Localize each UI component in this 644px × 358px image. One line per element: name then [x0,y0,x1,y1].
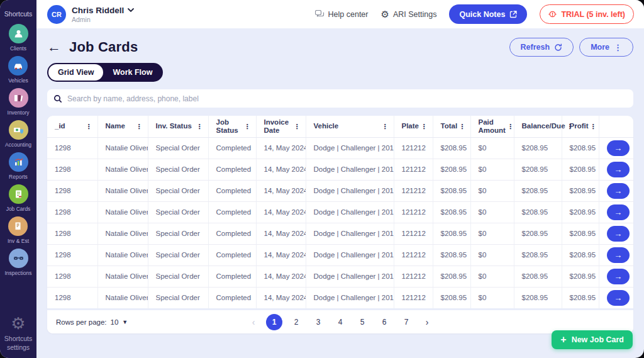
column-header-inv-status: Inv. Status⋮ [148,116,208,137]
column-menu-icon[interactable]: ⋮ [589,123,598,130]
cell-actions: → [599,223,633,244]
cell-profit: $208.95 [562,223,599,244]
shortcuts-sidebar: Shortcuts ClientsVehiclesInventoryAccoun… [0,0,36,358]
sidebar-item-inspections[interactable]: Inspections [5,249,32,276]
page-button-4[interactable]: 4 [332,314,348,330]
column-header-job-status: Job Status⋮ [208,116,256,137]
cell-invoice-date: 14, May 2024 [256,137,306,159]
external-note-icon [509,11,517,18]
sidebar-item-label: Inspections [5,270,32,276]
page-button-6[interactable]: 6 [376,314,392,330]
next-page-button[interactable]: › [420,317,434,327]
cell-paid-amount: $0 [470,266,514,287]
open-job-card-button[interactable]: → [607,140,630,156]
rows-per-page-select[interactable]: Rows per page: 10 ▼ [56,318,128,326]
previous-page-button[interactable]: ‹ [247,317,260,327]
column-menu-icon[interactable]: ⋮ [135,123,144,130]
column-label: Job Status [216,118,243,134]
rows-per-page-value: 10 [111,318,119,326]
page-button-1[interactable]: 1 [266,314,282,330]
cell-id: 1298 [47,159,97,180]
cell-job-status: Completed [208,201,256,223]
ari-settings-link[interactable]: ⚙ ARI Settings [381,9,437,19]
column-menu-icon[interactable]: ⋮ [506,123,515,130]
column-menu-icon[interactable]: ⋮ [457,123,467,130]
open-job-card-button[interactable]: → [607,290,630,306]
back-button[interactable]: ← [47,40,61,54]
tab-grid-view[interactable]: Grid View [48,64,103,81]
cell-job-status: Completed [208,159,256,180]
cell-plate: 121212 [394,287,433,308]
table-row: 1298Natalie OliverSpecial OrderCompleted… [47,287,633,308]
cell-balance-due: $208.95 [514,266,562,287]
page-title: Job Cards [69,39,138,55]
open-job-card-button[interactable]: → [607,162,630,177]
user-menu[interactable]: CR Chris Riddell Admin [47,5,134,24]
page-button-5[interactable]: 5 [354,314,370,330]
cell-inv-status: Special Order [148,180,208,201]
column-label: Paid Amount [479,118,506,134]
trial-button[interactable]: TRIAL (5 inv. left) [540,4,634,24]
gear-icon: ⚙ [11,315,25,332]
column-menu-icon[interactable]: ⋮ [195,123,204,130]
page-button-2[interactable]: 2 [288,314,304,330]
open-job-card-button[interactable]: → [607,183,630,199]
column-menu-icon[interactable]: ⋮ [419,123,429,130]
sidebar-item-inventory[interactable]: Inventory [8,88,30,116]
cell-actions: → [599,287,633,308]
cell-plate: 121212 [394,159,433,180]
caret-down-icon: ▼ [122,319,128,325]
cell-vehicle: Dodge | Challenger | 2015 [306,201,394,223]
column-label: Total [441,122,458,130]
job-cards-table: _id⋮Name⋮Inv. Status⋮Job Status⋮Invoice … [47,116,633,333]
cell-invoice-date: 14, May 2024 [256,287,306,308]
cell-name: Natalie Oliver [97,137,148,159]
column-menu-icon[interactable]: ⋮ [84,123,94,130]
column-header-paid-amount: Paid Amount⋮ [470,116,514,137]
page-button-3[interactable]: 3 [310,314,326,330]
table-header-row: _id⋮Name⋮Inv. Status⋮Job Status⋮Invoice … [47,116,633,137]
column-menu-icon[interactable]: ⋮ [243,123,252,130]
sidebar-item-job-cards[interactable]: Job Cards [6,184,31,212]
column-menu-icon[interactable]: ⋮ [292,123,302,130]
open-job-card-button[interactable]: → [607,226,630,242]
sidebar-item-vehicles[interactable]: Vehicles [8,56,28,84]
cell-profit: $208.95 [562,159,599,180]
shortcuts-settings-label: Shortcuts settings [2,334,35,352]
cell-id: 1298 [47,137,97,159]
refresh-button[interactable]: Refresh [509,38,574,57]
cell-invoice-date: 14, May 2024 [256,159,306,180]
new-job-card-button[interactable]: + New Job Card [552,330,633,349]
sidebar-item-label: Accounting [5,142,31,148]
sidebar-item-reports[interactable]: Reports [9,152,28,180]
table-row: 1298Natalie OliverSpecial OrderCompleted… [47,223,633,244]
cell-id: 1298 [47,180,97,201]
cell-job-status: Completed [208,266,256,287]
open-job-card-button[interactable]: → [607,269,630,284]
sidebar-item-accounting[interactable]: Accounting [5,120,31,148]
page-button-7[interactable]: 7 [398,314,414,330]
search-input[interactable] [67,94,627,103]
help-center-link[interactable]: Help center [315,10,369,19]
quick-notes-button[interactable]: Quick Notes [449,4,527,24]
open-job-card-button[interactable]: → [607,247,630,263]
ari-settings-label: ARI Settings [393,10,436,19]
column-header-id: _id⋮ [47,116,97,137]
pagination: ‹1234567› [247,314,434,330]
tab-work-flow[interactable]: Work Flow [103,64,162,81]
column-header-total: Total⋮ [433,116,470,137]
sidebar-item-label: Inv & Est [8,238,29,244]
column-label: Inv. Status [156,122,192,130]
column-menu-icon[interactable]: ⋮ [380,123,390,130]
shortcuts-settings-button[interactable]: ⚙ Shortcuts settings [0,315,36,352]
cell-name: Natalie Oliver [97,287,148,308]
open-job-card-button[interactable]: → [607,204,630,220]
more-button[interactable]: More ⋮ [579,38,633,57]
plus-icon: + [560,335,566,345]
sidebar-item-inv-est[interactable]: Inv & Est [8,216,29,244]
cell-profit: $208.95 [562,266,599,287]
cell-total: $208.95 [433,244,470,266]
sidebar-item-clients[interactable]: Clients [9,24,28,52]
cell-balance-due: $208.95 [514,159,562,180]
cell-id: 1298 [47,223,97,244]
